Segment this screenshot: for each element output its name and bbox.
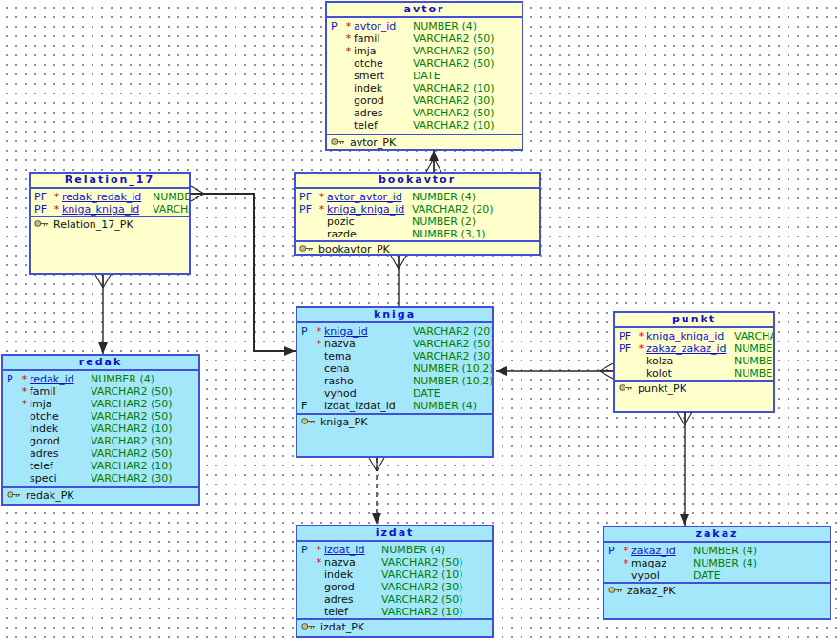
column-flag [327,107,343,119]
table-izdat[interactable]: izdatP*izdat_idNUMBER (4)*nazvaVARCHAR2 … [296,525,494,638]
column-flag [3,423,19,435]
column-flag [297,338,314,350]
one-end-arrow [284,346,296,356]
column-name: kolot [646,367,734,380]
column-type: VARCHAR2 (20) [734,330,773,342]
table-zakaz[interactable]: zakazP*zakaz_idNUMBER (4)*magazNUMBER (4… [603,526,831,620]
footer-key-label: izdat_PK [320,622,364,633]
table-relation_17[interactable]: Relation_17PF*redak_redak_idNUMBER (4)PF… [29,172,191,275]
column-name: nazva [324,338,413,350]
key-icon [299,244,314,253]
column-row: rashoNUMBER (10,2) [297,375,492,387]
relation-bookavtor-avtor[interactable] [426,150,441,172]
column-name: cena [324,362,413,375]
column-type: VARCHAR2 (50) [91,398,173,410]
column-name: vyhod [324,387,413,400]
column-flag [297,606,314,618]
required-marker: * [621,545,631,557]
required-marker: * [314,338,324,350]
table-columns-punkt: PF*kniga_kniga_idVARCHAR2 (20)PF*zakaz_z… [615,328,773,380]
column-flag [3,410,19,423]
column-type: VARCHAR2 (50) [91,385,173,398]
key-icon [331,137,345,146]
column-name: nazva [324,556,381,568]
column-flag: PF [31,203,51,216]
column-flag [297,556,314,568]
column-row: PF*zakaz_zakaz_idNUMBER (4) [615,342,773,355]
relation-punkt-kniga[interactable] [496,363,613,379]
relation-relation17-kniga[interactable] [191,186,296,356]
column-name: zakaz_zakaz_id [646,342,734,355]
table-footer-relation_17: Relation_17_PK [31,216,189,275]
column-name: adres [30,447,91,460]
table-redak[interactable]: redakP*redak_idNUMBER (4)*familVARCHAR2 … [1,354,200,506]
column-name: kniga_id [324,325,413,338]
column-type: NUMBER (10,2) [413,362,492,375]
key-icon [619,383,633,392]
column-row: adresVARCHAR2 (50) [327,107,522,119]
column-row: indekVARCHAR2 (10) [297,568,492,581]
column-name: indek [324,568,381,581]
column-flag [297,568,314,581]
column-flag [604,569,621,582]
required-marker [317,228,327,240]
column-flag [604,557,621,569]
relation-relation17-redak[interactable] [95,275,111,354]
table-bookavtor[interactable]: bookavtorPF*avtor_avtor_idNUMBER (4)PF*k… [294,172,541,256]
column-row: PF*kniga_kniga_idVARCHAR2 (20) [296,203,539,216]
column-type: VARCHAR2 (10) [91,423,173,435]
column-flag: PF [31,191,51,203]
column-row: telefVARCHAR2 (10) [3,460,198,472]
column-row: P*redak_idNUMBER (4) [3,373,198,385]
table-kniga[interactable]: knigaP*kniga_idVARCHAR2 (20)*nazvaVARCHA… [296,306,494,458]
column-flag [3,447,19,460]
column-name: speci [30,472,91,485]
column-row: smertDATE [327,70,522,82]
column-row: kolzaNUMBER (4) [615,355,773,367]
column-type: VARCHAR2 (50) [413,32,495,45]
column-row: kolotNUMBER (4) [615,367,773,380]
required-marker [636,355,646,367]
column-flag [3,398,19,410]
table-columns-izdat: P*izdat_idNUMBER (4)*nazvaVARCHAR2 (50)i… [297,542,492,618]
table-punkt[interactable]: punktPF*kniga_kniga_idVARCHAR2 (20)PF*za… [613,311,775,413]
column-flag [297,387,314,400]
column-row: *familVARCHAR2 (50) [3,385,198,398]
column-flag: P [3,373,19,385]
required-marker: * [314,544,324,556]
column-type: VARCHAR2 (50) [91,447,173,460]
column-row: pozicNUMBER (2) [296,216,539,228]
column-type: VARCHAR2 (10) [413,119,495,132]
footer-key-label: avtor_PK [350,137,396,149]
required-marker: * [621,557,631,569]
relation-bookavtor-kniga[interactable] [391,256,406,306]
column-type: VARCHAR2 (10) [91,460,173,472]
required-marker [343,94,354,107]
table-columns-bookavtor: PF*avtor_avtor_idNUMBER (4)PF*kniga_knig… [296,189,539,240]
column-type: NUMBER (4) [734,342,773,355]
column-row: cenaNUMBER (10,2) [297,362,492,375]
required-marker: * [317,191,327,203]
table-columns-avtor: P*avtor_idNUMBER (4)*familVARCHAR2 (50)*… [327,18,522,132]
one-end-arrow [372,513,381,525]
column-type: VARCHAR2 (50) [381,556,463,568]
relation-punkt-zakaz[interactable] [677,412,692,526]
diagram-canvas[interactable]: avtorP*avtor_idNUMBER (4)*familVARCHAR2 … [0,0,840,640]
required-marker [343,82,354,94]
footer-key-label: kniga_PK [320,417,367,428]
table-title-punkt: punkt [615,313,773,328]
relation-kniga-izdat[interactable] [369,458,384,525]
column-flag [3,460,19,472]
column-name: vypol [631,569,693,582]
column-row: otcheVARCHAR2 (50) [3,410,198,423]
column-name: izdat_izdat_id [324,400,413,412]
required-marker [343,70,354,82]
column-type: VARCHAR2 (20) [153,203,189,216]
column-type: VARCHAR2 (50) [413,107,495,119]
column-type: VARCHAR2 (20) [412,203,494,216]
column-row: PF*kniga_kniga_idVARCHAR2 (20) [615,330,773,342]
table-avtor[interactable]: avtorP*avtor_idNUMBER (4)*familVARCHAR2 … [325,1,523,151]
column-row: *familVARCHAR2 (50) [327,32,522,45]
column-name: telef [324,606,381,618]
column-flag: F [297,400,314,412]
